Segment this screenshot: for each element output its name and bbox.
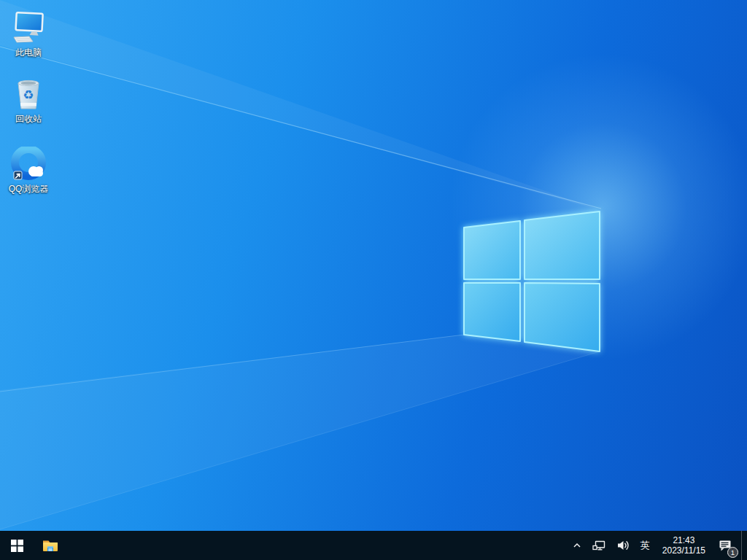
network-ethernet-icon [592,539,606,552]
recycle-bin-icon: ♻ [11,77,46,112]
windows-logo [464,211,600,351]
hidden-icons-button[interactable] [567,531,587,560]
icon-label-qq-browser: QQ浏览器 [9,184,49,194]
icon-label-this-pc: 此电脑 [15,47,42,58]
desktop-icon-qq-browser[interactable]: QQ浏览器 [1,142,56,194]
icon-label-recycle-bin: 回收站 [15,114,42,124]
chevron-up-icon [572,540,582,551]
system-tray: 英 21:43 2023/11/15 1 [567,531,747,560]
taskbar-empty-area [66,531,567,560]
network-tray-button[interactable] [587,531,611,560]
svg-text:♻: ♻ [23,88,34,102]
qq-browser-icon [11,147,46,182]
file-explorer-button[interactable] [34,531,66,560]
wallpaper-light-rays [0,0,747,560]
file-explorer-icon [42,537,59,554]
volume-tray-button[interactable] [611,531,635,560]
start-button[interactable] [0,531,34,560]
show-desktop-button[interactable] [741,531,747,560]
language-indicator[interactable]: 英 [635,531,656,560]
desktop-icon-recycle-bin[interactable]: ♻ 回收站 [1,72,56,124]
desktop-icon-this-pc[interactable]: 此电脑 [1,6,56,58]
speaker-icon [616,540,630,551]
taskbar: 英 21:43 2023/11/15 1 [0,531,747,560]
clock-date: 2023/11/15 [662,545,705,556]
windows-start-icon [11,540,23,552]
taskbar-clock[interactable]: 21:43 2023/11/15 [656,535,712,556]
desktop-wallpaper: 此电脑 ♻ 回收站 [0,0,747,560]
shortcut-arrow-badge [14,171,22,179]
clock-time: 21:43 [673,535,694,545]
this-pc-icon [11,10,46,45]
action-center-button[interactable]: 1 [712,531,741,560]
notification-count-badge: 1 [727,547,738,558]
